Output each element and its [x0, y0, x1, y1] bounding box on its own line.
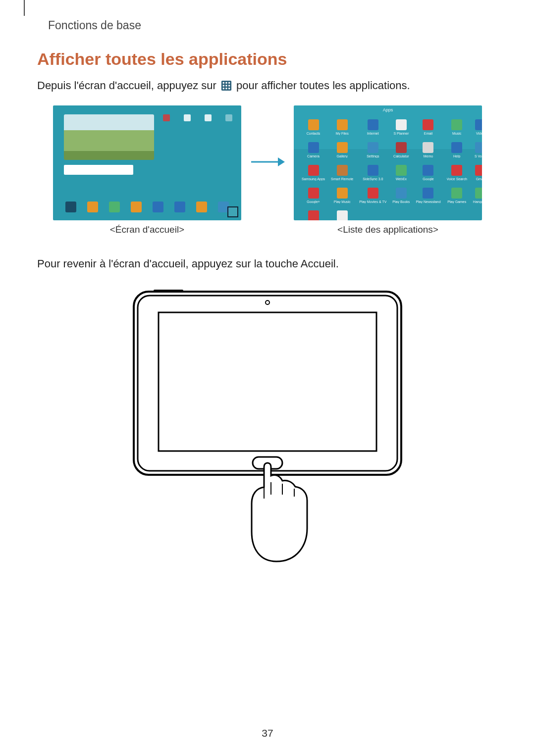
svg-rect-4	[223, 85, 224, 86]
app-cell: Chrome	[302, 210, 325, 220]
svg-rect-16	[159, 312, 376, 451]
app-cell: Internet	[359, 119, 386, 135]
app-icon	[423, 119, 433, 130]
dock-gallery-icon	[196, 202, 207, 212]
app-label: Gmail	[473, 177, 482, 181]
svg-rect-1	[223, 82, 224, 84]
app-label: S Voice	[473, 154, 482, 158]
tablet-home-button-figure	[37, 287, 498, 564]
app-cell: Smart Remote	[331, 165, 353, 181]
svg-rect-8	[225, 88, 227, 89]
caption-spacer	[250, 224, 285, 235]
app-label: Settings	[359, 154, 386, 158]
app-label: SideSync 3.0	[359, 177, 386, 181]
app-label: Internet	[359, 132, 386, 135]
app-icon	[451, 188, 462, 199]
app-cell: Music	[447, 119, 467, 135]
svg-rect-6	[228, 85, 230, 86]
app-label: Play Movies & TV	[359, 200, 386, 203]
app-label: Samsung Apps	[302, 177, 325, 181]
app-cell: Hangouts	[473, 188, 482, 203]
google-search-widget	[64, 165, 133, 175]
app-icon	[337, 210, 348, 220]
app-icon	[368, 188, 378, 199]
app-icon	[308, 165, 319, 176]
home-top-icons	[163, 114, 232, 121]
app-icon	[451, 165, 462, 176]
app-icon	[475, 142, 482, 153]
app-label: Play Newsstand	[416, 200, 440, 203]
breadcrumb: Fonctions de base	[48, 19, 141, 32]
app-cell: Gmail	[473, 165, 482, 181]
app-icon	[423, 188, 433, 199]
app-cell: Samsung Apps	[302, 165, 325, 181]
app-icon	[475, 188, 482, 199]
app-label: Play Books	[392, 200, 410, 203]
app-cell: SideSync 3.0	[359, 165, 386, 181]
svg-rect-7	[223, 88, 224, 89]
para1-a: Depuis l'écran d'accueil, appuyez sur	[37, 79, 216, 92]
app-cell: Gallery	[331, 142, 353, 158]
app-cell: Calculator	[392, 142, 410, 158]
dock-contacts-icon	[131, 202, 142, 212]
app-icon	[396, 188, 407, 199]
app-cell: Play Games	[447, 188, 467, 203]
app-icon	[451, 142, 462, 153]
app-cell: Email	[416, 119, 440, 135]
apps-grid-icon	[221, 80, 232, 91]
app-cell: Video	[473, 119, 482, 135]
app-icon	[337, 188, 348, 199]
app-icon	[308, 142, 319, 153]
app-cell: Settings	[359, 142, 386, 158]
app-label: Contacts	[302, 132, 325, 135]
app-cell: WebEx	[392, 165, 410, 181]
app-icon	[308, 210, 319, 220]
app-label: Google	[416, 177, 440, 181]
finger-pressing-icon	[252, 463, 307, 561]
dock-internet-icon	[153, 202, 163, 212]
app-cell: Play Newsstand	[416, 188, 440, 203]
app-icon	[396, 142, 407, 153]
app-icon	[368, 165, 378, 176]
app-label: Camera	[302, 154, 325, 158]
app-cell: Memo	[416, 142, 440, 158]
app-cell: Photos	[331, 210, 353, 220]
dock-camera-icon	[174, 202, 185, 212]
page-number: 37	[0, 727, 535, 739]
svg-rect-9	[228, 88, 230, 89]
apps-list-screenshot: Apps ContactsMy FilesInternetS PlannerEm…	[294, 105, 482, 220]
section-title: Afficher toutes les applications	[37, 50, 498, 69]
app-cell: Camera	[302, 142, 325, 158]
app-icon	[475, 165, 482, 176]
dock-playstore-icon	[109, 202, 120, 212]
para1-b: pour afficher toutes les applications.	[236, 79, 410, 92]
app-label: Video	[473, 132, 482, 135]
app-icon	[368, 142, 378, 153]
app-label: Hangouts	[473, 200, 482, 203]
app-icon	[396, 119, 407, 130]
app-icon	[423, 165, 433, 176]
paragraph-2: Pour revenir à l'écran d'accueil, appuye…	[37, 256, 498, 272]
app-icon	[368, 119, 378, 130]
apps-header: Apps	[383, 107, 393, 112]
app-label: S Planner	[392, 132, 410, 135]
app-label: Play Music	[331, 200, 353, 203]
app-label: Help	[447, 154, 467, 158]
app-cell: Google+	[302, 188, 325, 203]
app-cell: Play Books	[392, 188, 410, 203]
svg-rect-14	[154, 290, 183, 292]
app-icon	[451, 119, 462, 130]
paragraph-1: Depuis l'écran d'accueil, appuyez sur po…	[37, 78, 498, 94]
app-label: Gallery	[331, 154, 353, 158]
svg-rect-3	[228, 82, 230, 84]
arrow-right-icon	[250, 156, 285, 169]
app-label: Voice Search	[447, 177, 467, 181]
caption-apps: <Liste des applications>	[294, 224, 482, 235]
app-cell: Contacts	[302, 119, 325, 135]
app-cell: Play Movies & TV	[359, 188, 386, 203]
app-icon	[308, 188, 319, 199]
app-cell: S Planner	[392, 119, 410, 135]
app-label: Memo	[416, 154, 440, 158]
home-screen-screenshot	[53, 105, 241, 220]
app-icon	[337, 119, 348, 130]
